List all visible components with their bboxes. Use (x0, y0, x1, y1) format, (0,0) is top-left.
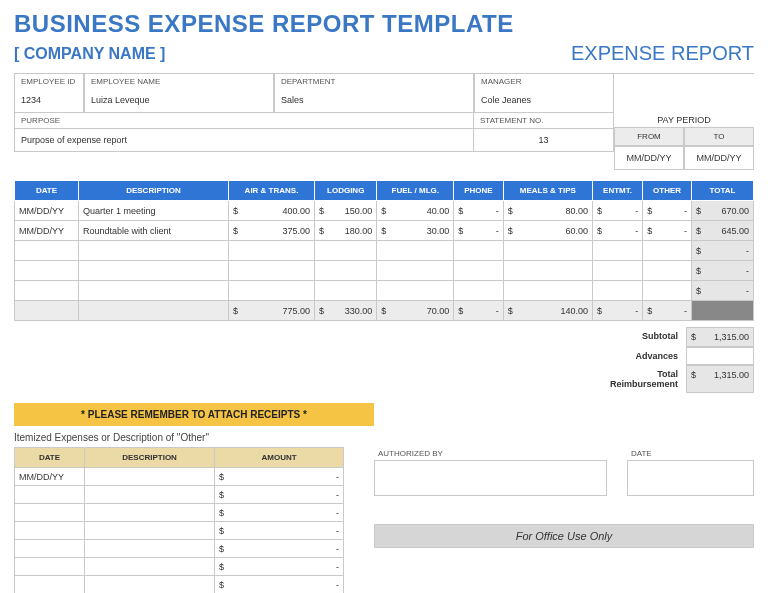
company-name[interactable]: [ COMPANY NAME ] (14, 45, 165, 63)
cell-ent[interactable]: - (602, 221, 642, 241)
cell-cur[interactable]: $ (692, 241, 702, 261)
cell-phone[interactable] (464, 281, 504, 301)
cell-phone[interactable]: - (464, 301, 504, 321)
auth-date-box[interactable] (627, 460, 754, 496)
cell-cur[interactable]: $ (503, 201, 513, 221)
cell-air[interactable]: 400.00 (239, 201, 315, 221)
cell-cur[interactable] (229, 241, 239, 261)
cell-cur[interactable]: $ (454, 301, 464, 321)
cell-desc[interactable] (85, 576, 215, 594)
cell-air[interactable]: 775.00 (239, 301, 315, 321)
cell-meals[interactable]: 60.00 (513, 221, 592, 241)
cell-air[interactable] (239, 261, 315, 281)
cell-cur[interactable]: $ (215, 558, 229, 576)
cell-cur[interactable]: $ (692, 261, 702, 281)
cell-desc[interactable] (85, 522, 215, 540)
cell-cur[interactable] (454, 261, 464, 281)
cell-fuel[interactable]: 70.00 (387, 301, 454, 321)
cell-cur[interactable] (503, 281, 513, 301)
cell-cur[interactable] (503, 241, 513, 261)
cell-lodg[interactable]: 150.00 (325, 201, 377, 221)
cell-date[interactable] (15, 576, 85, 594)
cell-desc[interactable] (85, 486, 215, 504)
cell-fuel[interactable]: 40.00 (387, 201, 454, 221)
cell-desc[interactable]: Quarter 1 meeting (79, 201, 229, 221)
cell-date[interactable] (15, 522, 85, 540)
cell-desc[interactable] (79, 261, 229, 281)
cell-cur[interactable] (229, 261, 239, 281)
cell-ent[interactable] (602, 241, 642, 261)
cell-date[interactable]: MM/DD/YY (15, 221, 79, 241)
cell-cur[interactable]: $ (315, 221, 325, 241)
cell-date[interactable]: MM/DD/YY (15, 468, 85, 486)
cell-phone[interactable] (464, 261, 504, 281)
cell-ent[interactable]: - (602, 301, 642, 321)
cell-cur[interactable]: $ (215, 504, 229, 522)
cell-cur[interactable]: $ (643, 201, 653, 221)
cell-other[interactable] (653, 241, 692, 261)
cell-cur[interactable]: $ (215, 468, 229, 486)
cell-date[interactable] (15, 281, 79, 301)
cell-desc[interactable] (85, 504, 215, 522)
cell-cur[interactable] (592, 241, 602, 261)
cell-cur[interactable]: $ (592, 201, 602, 221)
cell-amt[interactable]: - (228, 558, 343, 576)
cell-desc[interactable] (85, 540, 215, 558)
cell-meals[interactable] (513, 281, 592, 301)
cell-cur[interactable] (643, 241, 653, 261)
cell-fuel[interactable] (387, 281, 454, 301)
cell-cur[interactable] (377, 261, 387, 281)
cell-desc[interactable] (85, 468, 215, 486)
cell-fuel[interactable] (387, 241, 454, 261)
pay-from-value[interactable]: MM/DD/YY (614, 146, 684, 170)
cell-cur[interactable]: $ (377, 221, 387, 241)
cell-desc[interactable] (79, 241, 229, 261)
cell-amt[interactable]: - (228, 576, 343, 594)
cell-cur[interactable]: $ (503, 221, 513, 241)
cell-cur[interactable]: $ (643, 301, 653, 321)
cell-fuel[interactable] (387, 261, 454, 281)
cell-amt[interactable]: - (228, 522, 343, 540)
cell-ent[interactable]: - (602, 201, 642, 221)
cell-cur[interactable]: $ (692, 201, 702, 221)
emp-id-value[interactable]: 1234 (14, 89, 84, 113)
cell-cur[interactable]: $ (503, 301, 513, 321)
cell-other[interactable] (653, 281, 692, 301)
cell-amt[interactable]: - (228, 486, 343, 504)
cell-meals[interactable] (513, 261, 592, 281)
cell-cur[interactable]: $ (692, 221, 702, 241)
cell-cur[interactable]: $ (377, 201, 387, 221)
cell-total[interactable]: 670.00 (702, 201, 754, 221)
cell-air[interactable] (239, 241, 315, 261)
cell-cur[interactable] (454, 241, 464, 261)
advances-value[interactable] (686, 347, 754, 365)
cell-cur[interactable]: $ (229, 221, 239, 241)
cell-cur[interactable]: $ (229, 301, 239, 321)
cell-lodg[interactable] (325, 261, 377, 281)
cell-cur[interactable] (592, 281, 602, 301)
cell-air[interactable] (239, 281, 315, 301)
cell-lodg[interactable]: 330.00 (325, 301, 377, 321)
cell-cur[interactable] (315, 261, 325, 281)
auth-by-box[interactable] (374, 460, 607, 496)
cell-date[interactable]: MM/DD/YY (15, 201, 79, 221)
emp-name-value[interactable]: Luiza Leveque (84, 89, 274, 113)
cell-total[interactable]: - (702, 281, 754, 301)
cell-total[interactable]: - (702, 261, 754, 281)
cell-cur[interactable]: $ (643, 221, 653, 241)
cell-cur[interactable]: $ (454, 221, 464, 241)
emp-mgr-value[interactable]: Cole Jeanes (474, 89, 614, 113)
cell-cur[interactable] (454, 281, 464, 301)
cell-meals[interactable] (513, 241, 592, 261)
cell-cur[interactable] (315, 241, 325, 261)
cell-cur[interactable]: $ (215, 540, 229, 558)
cell-ent[interactable] (602, 261, 642, 281)
cell-phone[interactable]: - (464, 221, 504, 241)
cell-cur[interactable]: $ (315, 201, 325, 221)
cell-date[interactable] (15, 558, 85, 576)
cell-cur[interactable] (592, 261, 602, 281)
cell-cur[interactable]: $ (592, 301, 602, 321)
cell-date[interactable] (15, 261, 79, 281)
cell-meals[interactable]: 140.00 (513, 301, 592, 321)
cell-cur[interactable] (377, 281, 387, 301)
